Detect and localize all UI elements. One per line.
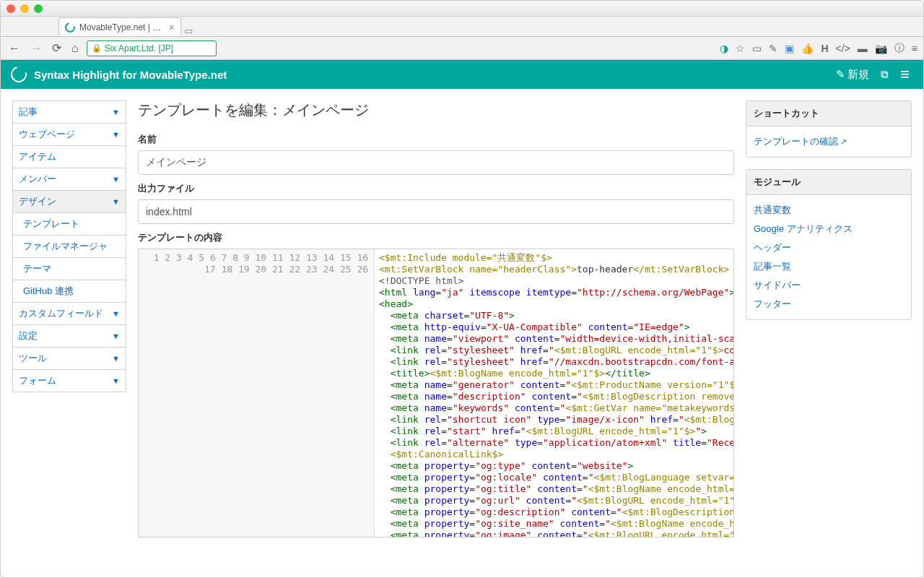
chevron-down-icon: ▼ — [112, 309, 120, 318]
sidebar-item-customfield[interactable]: カスタムフィールド▼ — [12, 302, 126, 325]
code-editor[interactable]: 1 2 3 4 5 6 7 8 9 10 11 12 13 14 15 16 1… — [138, 249, 734, 538]
forward-button: → — [28, 42, 44, 55]
panel-title: ショートカット — [746, 101, 911, 126]
tab-title: MovableType.net | Syntax H — [79, 22, 165, 33]
mac-titlebar — [1, 1, 923, 17]
popout-icon[interactable] — [881, 68, 889, 81]
code-content[interactable]: <$mt:Include module="共通変数"$> <mt:SetVarB… — [375, 249, 733, 537]
line-gutter: 1 2 3 4 5 6 7 8 9 10 11 12 13 14 15 16 1… — [139, 249, 375, 537]
label-output: 出力ファイル — [138, 182, 734, 195]
ext-icon[interactable]: ▭ — [752, 43, 762, 54]
module-link[interactable]: ヘッダー — [754, 238, 904, 257]
app-header: Syntax Highlight for MovableType.net 新規 — [1, 60, 923, 89]
app-title: Syntax Highlight for MovableType.net — [34, 69, 227, 81]
page-title: テンプレートを編集：メインページ — [138, 100, 734, 120]
sidebar-item-forms[interactable]: フォーム▼ — [12, 369, 126, 392]
chevron-down-icon: ▼ — [112, 354, 120, 363]
link-confirm-template[interactable]: テンプレートの確認 — [754, 132, 904, 151]
chevron-down-icon: ▼ — [112, 130, 120, 139]
browser-toolbar: ← → ⟳ ⌂ 🔒 Six Apart,Ltd. [JP] ◑ ☆ ▭ ✎ ▣ … — [1, 37, 923, 60]
ext-icon[interactable]: ✎ — [769, 43, 777, 54]
back-button[interactable]: ← — [6, 42, 22, 55]
address-bar[interactable]: 🔒 Six Apart,Ltd. [JP] — [87, 40, 217, 56]
url-label: Six Apart,Ltd. [JP] — [105, 43, 173, 53]
module-link[interactable]: 共通変数 — [754, 201, 904, 220]
ext-icon[interactable]: </> — [836, 43, 850, 54]
reload-button[interactable]: ⟳ — [50, 41, 64, 55]
sidebar-sub-templates[interactable]: テンプレート — [12, 213, 126, 236]
menu-icon[interactable]: ≡ — [912, 43, 918, 54]
sidebar-item-items[interactable]: アイテム — [12, 145, 126, 168]
ext-icon[interactable]: ▬ — [858, 43, 868, 54]
window-minimize-button[interactable] — [20, 4, 29, 13]
label-name: 名前 — [138, 133, 734, 146]
browser-tabbar: MovableType.net | Syntax H × ▭ — [1, 17, 923, 37]
module-link[interactable]: サイドバー — [754, 276, 904, 295]
output-input[interactable] — [138, 199, 734, 224]
ext-icon[interactable]: 📷 — [875, 43, 887, 54]
window-zoom-button[interactable] — [34, 4, 43, 13]
home-button[interactable]: ⌂ — [69, 42, 81, 55]
label-content: テンプレートの内容 — [138, 231, 734, 244]
new-button[interactable]: 新規 — [836, 68, 869, 82]
sidebar-sub-github[interactable]: GitHub 連携 — [12, 280, 126, 303]
sidebar-item-webpages[interactable]: ウェブページ▼ — [12, 123, 126, 146]
module-link[interactable]: Google アナリティクス — [754, 220, 904, 238]
name-input[interactable] — [138, 150, 734, 175]
chevron-down-icon: ▼ — [112, 108, 120, 116]
ext-icon[interactable]: ▣ — [785, 43, 794, 54]
new-tab-button[interactable]: ▭ — [181, 25, 196, 36]
browser-window: MovableType.net | Syntax H × ▭ ← → ⟳ ⌂ 🔒… — [0, 0, 924, 578]
ext-icon[interactable]: 👍 — [801, 43, 814, 54]
lock-icon: 🔒 — [92, 43, 102, 53]
hamburger-icon[interactable] — [900, 68, 913, 82]
extension-icons: ◑ ☆ ▭ ✎ ▣ 👍 H </> ▬ 📷 ⓘ ≡ — [720, 42, 918, 55]
main-panel: テンプレートを編集：メインページ 名前 出力ファイル テンプレートの内容 1 2… — [138, 100, 734, 567]
ext-icon[interactable]: ◑ — [720, 43, 728, 54]
sidebar: 記事▼ ウェブページ▼ アイテム メンバー▼ デザイン▼ テンプレート ファイル… — [12, 100, 126, 567]
sidebar-item-design[interactable]: デザイン▼ — [12, 190, 126, 213]
app-logo-icon[interactable] — [8, 64, 30, 85]
panel-modules: モジュール 共通変数 Google アナリティクス ヘッダー 記事一覧 サイドバ… — [746, 169, 912, 320]
module-link[interactable]: フッター — [754, 295, 904, 314]
bookmark-star-icon[interactable]: ☆ — [736, 43, 745, 54]
ext-icon[interactable]: H — [821, 43, 828, 54]
panel-title: モジュール — [746, 170, 911, 195]
chevron-down-icon: ▼ — [112, 175, 120, 184]
sidebar-item-settings[interactable]: 設定▼ — [12, 324, 126, 348]
panel-shortcuts: ショートカット テンプレートの確認 — [746, 100, 912, 158]
browser-tab[interactable]: MovableType.net | Syntax H × — [58, 17, 181, 36]
sidebar-item-articles[interactable]: 記事▼ — [12, 100, 126, 124]
sidebar-item-tools[interactable]: ツール▼ — [12, 347, 126, 370]
favicon-icon — [63, 20, 77, 34]
chevron-down-icon: ▼ — [112, 376, 120, 385]
sidebar-sub-filemanager[interactable]: ファイルマネージャ — [12, 236, 126, 258]
right-column: ショートカット テンプレートの確認 モジュール 共通変数 Google アナリテ… — [746, 100, 912, 567]
sidebar-item-members[interactable]: メンバー▼ — [12, 168, 126, 191]
chevron-down-icon: ▼ — [112, 332, 120, 340]
ext-icon[interactable]: ⓘ — [894, 42, 905, 55]
content-area: 記事▼ ウェブページ▼ アイテム メンバー▼ デザイン▼ テンプレート ファイル… — [1, 89, 923, 578]
window-close-button[interactable] — [6, 4, 15, 13]
tab-close-icon[interactable]: × — [169, 22, 175, 33]
sidebar-sub-theme[interactable]: テーマ — [12, 258, 126, 280]
chevron-down-icon: ▼ — [112, 197, 120, 206]
module-link[interactable]: 記事一覧 — [754, 257, 904, 276]
